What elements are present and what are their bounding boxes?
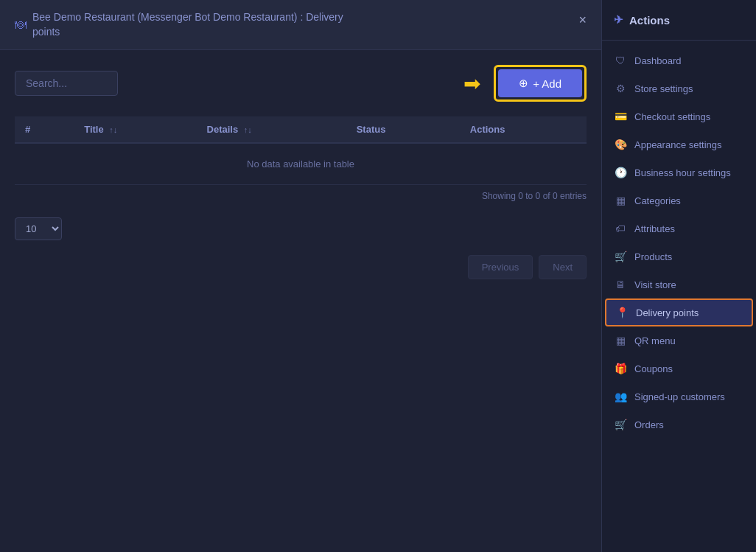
toolbar: ➡ ⊕ + Add: [15, 65, 587, 102]
col-details[interactable]: Details ↑↓: [197, 116, 346, 143]
store-settings-icon: ⚙: [614, 83, 627, 94]
add-button-highlight: ⊕ + Add: [494, 65, 587, 102]
restaurant-icon: 🍽: [15, 18, 27, 32]
sidebar: ✈ Actions 🛡 Dashboard ⚙ Store settings 💳…: [601, 0, 756, 552]
col-actions: Actions: [460, 116, 587, 143]
search-input[interactable]: [15, 71, 118, 96]
sidebar-header-label: Actions: [629, 14, 670, 27]
sidebar-item-label: Delivery points: [636, 307, 699, 318]
categories-icon: ▦: [614, 195, 627, 206]
sidebar-item-dashboard[interactable]: 🛡 Dashboard: [602, 46, 756, 74]
attributes-icon: 🏷: [614, 223, 627, 234]
sidebar-item-products[interactable]: 🛒 Products: [602, 242, 756, 270]
col-number: #: [15, 116, 74, 143]
prev-button[interactable]: Previous: [468, 255, 533, 279]
sidebar-item-orders[interactable]: 🛒 Orders: [602, 410, 756, 439]
customers-icon: 👥: [614, 391, 627, 402]
sidebar-item-appearance-settings[interactable]: 🎨 Appearance settings: [602, 130, 756, 158]
data-table: # Title ↑↓ Details ↑↓ Status Actions No …: [15, 116, 587, 185]
sidebar-item-label: Categories: [634, 195, 681, 206]
delivery-points-icon: 📍: [615, 307, 629, 318]
sidebar-item-delivery-points[interactable]: 📍 Delivery points: [605, 298, 753, 326]
entries-info: Showing 0 to 0 of 0 entries: [15, 191, 587, 201]
sidebar-item-signed-up-customers[interactable]: 👥 Signed-up customers: [602, 382, 756, 410]
appearance-icon: 🎨: [614, 139, 627, 150]
add-button[interactable]: ⊕ + Add: [498, 69, 582, 97]
visit-store-icon: 🖥: [614, 279, 627, 290]
page-title: Bee Demo Restaurant (Messenger Bot Demo …: [32, 10, 343, 39]
sidebar-item-label: Dashboard: [634, 55, 682, 66]
sidebar-item-label: Coupons: [634, 363, 673, 374]
sidebar-item-label: Orders: [634, 419, 664, 430]
sidebar-item-visit-store[interactable]: 🖥 Visit store: [602, 270, 756, 298]
sidebar-header: ✈ Actions: [602, 0, 756, 41]
col-title[interactable]: Title ↑↓: [74, 116, 196, 143]
products-icon: 🛒: [614, 251, 627, 262]
per-page-select[interactable]: 10 25 50 100: [15, 217, 62, 240]
no-data-message: No data available in table: [15, 143, 587, 185]
close-button[interactable]: ×: [578, 13, 587, 27]
sidebar-item-label: Checkout settings: [634, 111, 710, 122]
pagination: Previous Next: [15, 255, 587, 279]
qr-menu-icon: ▦: [614, 335, 627, 346]
sort-arrows-details: ↑↓: [244, 125, 252, 134]
content-body: ➡ ⊕ + Add # Title ↑↓: [0, 50, 601, 552]
sidebar-item-label: Visit store: [634, 279, 676, 290]
col-status: Status: [346, 116, 460, 143]
sidebar-item-label: QR menu: [634, 335, 676, 346]
business-hours-icon: 🕐: [614, 167, 627, 178]
main-content: 🍽 Bee Demo Restaurant (Messenger Bot Dem…: [0, 0, 601, 552]
sidebar-item-qr-menu[interactable]: ▦ QR menu: [602, 326, 756, 354]
checkout-icon: 💳: [614, 111, 627, 122]
sidebar-item-label: Store settings: [634, 83, 693, 94]
plus-icon: ⊕: [519, 77, 528, 90]
sort-arrows-title: ↑↓: [109, 125, 117, 134]
sidebar-item-label: Products: [634, 251, 672, 262]
arrow-indicator: ➡: [463, 71, 480, 96]
page-header: 🍽 Bee Demo Restaurant (Messenger Bot Dem…: [0, 0, 601, 50]
dashboard-icon: 🛡: [614, 55, 627, 66]
coupons-icon: 🎁: [614, 363, 627, 374]
sidebar-item-business-hour-settings[interactable]: 🕐 Business hour settings: [602, 158, 756, 186]
orders-icon: 🛒: [614, 419, 627, 430]
sidebar-item-checkout-settings[interactable]: 💳 Checkout settings: [602, 102, 756, 130]
sidebar-item-label: Attributes: [634, 223, 675, 234]
actions-icon: ✈: [614, 13, 623, 27]
sidebar-nav: 🛡 Dashboard ⚙ Store settings 💳 Checkout …: [602, 41, 756, 552]
no-data-row: No data available in table: [15, 143, 587, 185]
table-header-row: # Title ↑↓ Details ↑↓ Status Actions: [15, 116, 587, 143]
sidebar-item-label: Business hour settings: [634, 167, 731, 178]
next-button[interactable]: Next: [539, 255, 587, 279]
sidebar-item-attributes[interactable]: 🏷 Attributes: [602, 214, 756, 242]
sidebar-item-store-settings[interactable]: ⚙ Store settings: [602, 74, 756, 102]
sidebar-item-categories[interactable]: ▦ Categories: [602, 186, 756, 214]
sidebar-item-label: Appearance settings: [634, 139, 722, 150]
sidebar-item-coupons[interactable]: 🎁 Coupons: [602, 354, 756, 382]
sidebar-item-label: Signed-up customers: [634, 391, 725, 402]
